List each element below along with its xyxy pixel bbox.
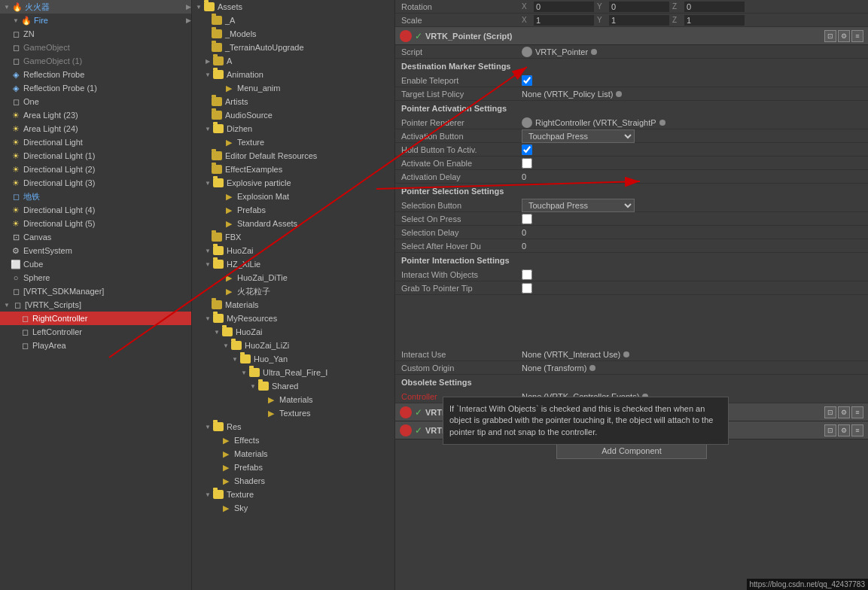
assets-item-a[interactable]: _A xyxy=(192,14,394,27)
assets-item-explosive[interactable]: ▼ Explosive particle xyxy=(192,176,394,190)
activation-button-select[interactable]: Touchpad Press xyxy=(522,129,635,143)
assets-item-editordefault[interactable]: Editor Default Resources xyxy=(192,149,394,163)
assets-item-models[interactable]: _Models xyxy=(192,27,394,41)
hierarchy-item-gameobject1[interactable]: ◻ GameObject (1) xyxy=(0,54,191,68)
edit-button[interactable]: ⊡ xyxy=(824,30,836,42)
assets-item-prefabs[interactable]: ▶ Prefabs xyxy=(192,203,394,217)
selection-button-row: Selection Button Touchpad Press xyxy=(395,199,868,212)
edit-button[interactable]: ⊡ xyxy=(824,424,836,436)
hierarchy-item-one[interactable]: ◻ One xyxy=(0,95,191,108)
hierarchy-item-zn[interactable]: ◻ ZN xyxy=(0,27,191,41)
hierarchy-item-dirlight2[interactable]: ☀ Directional Light (2) xyxy=(0,163,191,176)
select-on-press-checkbox[interactable] xyxy=(522,214,532,224)
settings-button[interactable]: ⚙ xyxy=(838,424,850,436)
selection-button-select[interactable]: Touchpad Press xyxy=(522,199,635,212)
assets-item-fbx[interactable]: FBX xyxy=(192,230,394,244)
hierarchy-item-fire[interactable]: ▼ 🔥 Fire ▶ xyxy=(0,14,191,27)
assets-item-materials[interactable]: Materials xyxy=(192,298,394,312)
circle-dot xyxy=(591,49,597,55)
hierarchy-item-arealight24[interactable]: ☀ Area Light (24) xyxy=(0,122,191,135)
assets-item-artists[interactable]: Artists xyxy=(192,95,394,108)
hierarchy-item-dirlight3[interactable]: ☀ Directional Light (3) xyxy=(0,176,191,190)
assets-item-res[interactable]: ▼ Res xyxy=(192,420,394,433)
assets-item-audiosource[interactable]: AudioSource xyxy=(192,108,394,122)
menu-button[interactable]: ≡ xyxy=(851,406,863,418)
enable-teleport-label: Enable Teleport xyxy=(401,76,522,85)
hold-button-checkbox[interactable] xyxy=(522,144,532,155)
rotation-y[interactable] xyxy=(609,2,669,12)
assets-item-sky[interactable]: ▶ Sky xyxy=(192,501,394,515)
assets-item-effects[interactable]: ▶ Effects xyxy=(192,433,394,447)
menu-button[interactable]: ≡ xyxy=(851,424,863,436)
edit-button[interactable]: ⊡ xyxy=(824,406,836,418)
assets-item-ultrafire[interactable]: ▼ Ultra_Real_Fire_I xyxy=(192,366,394,379)
assets-item-myresources[interactable]: ▼ MyResources xyxy=(192,312,394,325)
settings-button[interactable]: ⚙ xyxy=(838,406,850,418)
settings-button[interactable]: ⚙ xyxy=(838,30,850,42)
hierarchy-item-sphere[interactable]: ○ Sphere xyxy=(0,271,191,284)
assets-item-huolizi[interactable]: ▶ 火花粒子 xyxy=(192,284,394,298)
assets-label: Dizhen xyxy=(227,124,252,133)
hierarchy-item-cube[interactable]: ⬜ Cube xyxy=(0,257,191,271)
assets-item-hzxilie[interactable]: ▼ HZ_XiLie xyxy=(192,257,394,271)
assets-item-materials3[interactable]: ▶ Materials xyxy=(192,447,394,461)
activation-delay-label: Activation Delay xyxy=(401,172,522,181)
hierarchy-item-rightcontroller[interactable]: ◻ RightController xyxy=(0,312,191,325)
hierarchy-item-gameobject[interactable]: ◻ GameObject xyxy=(0,41,191,54)
assets-item-root[interactable]: ▼ Assets xyxy=(192,0,394,14)
activate-on-enable-checkbox[interactable] xyxy=(522,158,532,169)
hierarchy-panel[interactable]: ▼ 🔥 火火器 ▶ ▼ 🔥 Fire ▶ ◻ ZN ◻ GameObject ◻… xyxy=(0,0,192,590)
assets-item-prefabs2[interactable]: ▶ Prefabs xyxy=(192,461,394,474)
hierarchy-item-vrtksdk[interactable]: ◻ [VRTK_SDKManager] xyxy=(0,284,191,298)
scale-z[interactable] xyxy=(684,15,745,26)
hierarchy-item-dirlight1[interactable]: ☀ Directional Light (1) xyxy=(0,149,191,163)
hierarchy-item-fireengine[interactable]: ▼ 🔥 火火器 ▶ xyxy=(0,0,191,14)
assets-item-dizhen[interactable]: ▼ Dizhen xyxy=(192,122,394,135)
assets-item-animation[interactable]: ▼ Animation xyxy=(192,68,394,81)
assets-item-shared[interactable]: ▼ Shared xyxy=(192,379,394,393)
assets-item-materials2[interactable]: ▶ Materials xyxy=(192,393,394,406)
interact-with-objects-checkbox[interactable] xyxy=(522,269,532,280)
hierarchy-item-probe[interactable]: ◈ Reflection Probe xyxy=(0,68,191,81)
scale-y[interactable] xyxy=(609,15,669,26)
hierarchy-item-canvas[interactable]: ⊡ Canvas xyxy=(0,230,191,244)
menu-button[interactable]: ≡ xyxy=(851,30,863,42)
hierarchy-item-playarea[interactable]: ◻ PlayArea xyxy=(0,339,191,352)
assets-item-huozaiditie[interactable]: ▶ HuoZai_DiTie xyxy=(192,271,394,284)
assets-item-huoyan[interactable]: ▼ Huo_Yan xyxy=(192,352,394,366)
assets-label: Res xyxy=(227,422,242,431)
grab-to-pointer-checkbox[interactable] xyxy=(522,283,532,293)
hierarchy-item-vrtkscripts[interactable]: ▼ ◻ [VRTK_Scripts] xyxy=(0,298,191,312)
canvas-icon: ⊡ xyxy=(11,232,21,242)
add-component-button[interactable]: Add Component xyxy=(556,442,707,459)
assets-item-textures[interactable]: ▶ Textures xyxy=(192,406,394,420)
assets-item-texture2[interactable]: ▼ Texture xyxy=(192,488,394,501)
hierarchy-item-dizhen[interactable]: ◻ 地铁 xyxy=(0,190,191,203)
hierarchy-item-arealight23[interactable]: ☀ Area Light (23) xyxy=(0,108,191,122)
hierarchy-item-dirlight[interactable]: ☀ Directional Light xyxy=(0,135,191,149)
scale-x[interactable] xyxy=(534,15,594,26)
assets-item-effectexamples[interactable]: EffectExamples xyxy=(192,163,394,176)
destination-marker-section: Destination Marker Settings xyxy=(395,59,868,74)
enable-teleport-checkbox[interactable] xyxy=(522,75,532,86)
hierarchy-item-dirlight4[interactable]: ☀ Directional Light (4) xyxy=(0,203,191,217)
assets-item-huozai2[interactable]: ▼ HuoZai xyxy=(192,325,394,339)
assets-item-terrain[interactable]: _TerrainAutoUpgrade xyxy=(192,41,394,54)
assets-item-huozai[interactable]: ▼ HuoZai xyxy=(192,244,394,257)
assets-item-shaders[interactable]: ▶ Shaders xyxy=(192,474,394,488)
hierarchy-item-dirlight5[interactable]: ☀ Directional Light (5) xyxy=(0,217,191,230)
rotation-z[interactable] xyxy=(684,2,745,12)
assets-item-explosionmat[interactable]: ▶ Explosion Mat xyxy=(192,190,394,203)
selection-delay-val: 0 xyxy=(522,228,526,237)
assets-item-a2[interactable]: ▶ A xyxy=(192,54,394,68)
assets-panel[interactable]: ▼ Assets _A _Models _TerrainAutoUpgrade … xyxy=(192,0,395,590)
hierarchy-item-probe1[interactable]: ◈ Reflection Probe (1) xyxy=(0,81,191,95)
assets-item-standardassets[interactable]: ▶ Standard Assets xyxy=(192,217,394,230)
hierarchy-item-leftcontroller[interactable]: ◻ LeftController xyxy=(0,325,191,339)
expand-arrow: ▼ xyxy=(3,3,11,11)
rotation-x[interactable] xyxy=(534,2,594,12)
hierarchy-item-eventsystem[interactable]: ⚙ EventSystem xyxy=(0,244,191,257)
assets-item-texture[interactable]: ▶ Texture xyxy=(192,135,394,149)
assets-item-menuanim[interactable]: ▶ Menu_anim xyxy=(192,81,394,95)
assets-item-huozailizi[interactable]: ▼ HuoZai_LiZi xyxy=(192,339,394,352)
